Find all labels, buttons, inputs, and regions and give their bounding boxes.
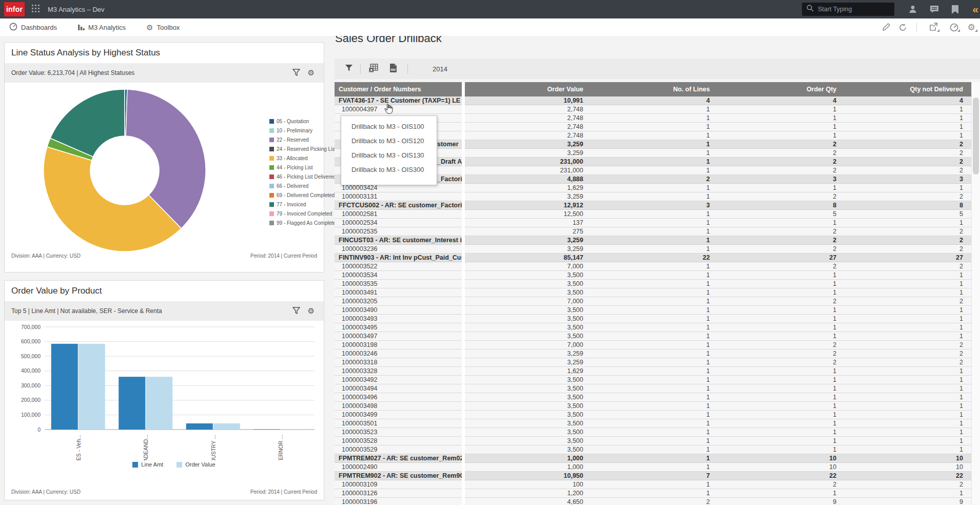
customer-order-cell[interactable]: 1000002581 xyxy=(335,210,462,219)
bar-chart[interactable]: 0100,000200,000300,000400,000500,000600,… xyxy=(9,321,321,460)
filter-icon[interactable] xyxy=(345,64,353,74)
customer-order-cell[interactable]: FINTINV903 - AR: Int Inv pCust_Paid_Cust xyxy=(335,254,462,262)
customer-row[interactable]: FINCUST03 - AR: SE customer_Interest in3… xyxy=(335,236,980,245)
customer-row[interactable]: FPMTREM902 - AR: SE customer_Rem9010,950… xyxy=(335,472,980,480)
customer-order-cell[interactable]: 1000003495 xyxy=(335,323,462,332)
customer-order-cell[interactable]: 1000003198 xyxy=(335,341,462,349)
order-row[interactable]: 10000035013,500111 xyxy=(335,419,980,428)
nav-m3-analytics[interactable]: M3 Analytics xyxy=(77,23,126,32)
customer-order-cell[interactable]: 1000003491 xyxy=(335,288,462,297)
order-row[interactable]: 10000034943,500111 xyxy=(335,384,980,393)
bookmark-icon[interactable] xyxy=(948,0,962,18)
col-customer-order-numbers[interactable]: Customer / Order Numbers xyxy=(335,82,462,96)
order-row[interactable]: 1000002534137111 xyxy=(335,219,980,227)
export-excel-icon[interactable]: X xyxy=(369,64,378,74)
customer-order-cell[interactable]: FPMTREM902 - AR: SE customer_Rem90 xyxy=(335,472,462,480)
order-row[interactable]: 10000034983,500111 xyxy=(335,402,980,411)
customer-order-cell[interactable]: FFCTCUS002 - AR: SE customer_Factorin xyxy=(335,201,462,210)
customer-order-cell[interactable]: 1000002534 xyxy=(335,219,462,227)
customer-order-cell[interactable]: 1000003490 xyxy=(335,306,462,315)
global-search[interactable] xyxy=(802,3,894,16)
col-qty-not-delivered[interactable]: Qty not Delivered xyxy=(845,82,971,96)
col-order-qty[interactable]: Order Qty xyxy=(718,82,845,96)
order-row[interactable]: 10000031987,000122 xyxy=(335,341,980,349)
context-menu-item[interactable]: Drillback to M3 - OIS130 xyxy=(341,148,437,163)
customer-order-cell[interactable]: 1000003109 xyxy=(335,480,462,489)
col-no-of-lines[interactable]: No. of Lines xyxy=(592,82,718,96)
customer-order-cell[interactable]: 1000003535 xyxy=(335,280,462,288)
customer-order-cell[interactable]: 1000003529 xyxy=(335,445,462,454)
customer-order-cell[interactable]: 1000003498 xyxy=(335,402,462,411)
infor-logo[interactable]: infor xyxy=(4,2,25,16)
customer-row[interactable]: FINTINV903 - AR: Int Inv pCust_Paid_Cust… xyxy=(335,254,980,262)
customer-order-cell[interactable]: 1000003494 xyxy=(335,384,462,393)
gear-icon[interactable]: ⚙ xyxy=(308,68,315,77)
order-row[interactable]: 10000035283,500111 xyxy=(335,437,980,445)
customer-order-cell[interactable]: 1000003196 xyxy=(335,498,462,505)
bar-line-amt[interactable] xyxy=(186,423,213,430)
scrollbar-thumb[interactable] xyxy=(973,98,979,174)
order-row[interactable]: 1000003109100122 xyxy=(335,480,980,489)
col-order-value[interactable]: Order Value xyxy=(465,82,592,96)
order-row[interactable]: 10000035343,500111 xyxy=(335,271,980,280)
customer-row[interactable]: FVAT436-17 - SE Customer (TAXP=1) LE (10… xyxy=(335,96,980,105)
order-row[interactable]: 10000034973,500111 xyxy=(335,332,980,341)
collapse-panel-icon[interactable]: « xyxy=(969,0,980,18)
order-row[interactable]: 100000258112,500155 xyxy=(335,210,980,219)
user-icon[interactable] xyxy=(906,0,919,18)
vertical-scrollbar[interactable] xyxy=(971,82,980,505)
customer-order-cell[interactable]: 1000003534 xyxy=(335,271,462,280)
app-launcher-icon[interactable] xyxy=(32,5,40,14)
customer-order-cell[interactable]: 1000002490 xyxy=(335,463,462,472)
order-row[interactable]: 10000035293,500111 xyxy=(335,445,980,454)
customer-order-cell[interactable]: 1000003522 xyxy=(335,262,462,271)
gauge-menu-icon[interactable] xyxy=(948,22,959,32)
share-icon[interactable] xyxy=(928,22,939,32)
customer-order-cell[interactable]: 1000003499 xyxy=(335,411,462,419)
customer-order-cell[interactable]: 1000003501 xyxy=(335,419,462,428)
donut-chart[interactable] xyxy=(5,83,269,260)
context-menu-item[interactable]: Drillback to M3 - OIS100 xyxy=(341,120,437,134)
order-row[interactable]: 10000033281,629111 xyxy=(335,367,980,376)
bar-line-amt[interactable] xyxy=(51,344,78,430)
bar-line-amt[interactable] xyxy=(119,377,145,430)
settings-gear-icon[interactable]: ⚙ xyxy=(966,22,977,32)
customer-row[interactable]: FFCTCUS002 - AR: SE customer_Factorin12,… xyxy=(335,201,980,210)
context-menu-item[interactable]: Drillback to M3 - OIS120 xyxy=(341,134,437,148)
gear-icon[interactable]: ⚙ xyxy=(308,306,315,316)
bar-order-value[interactable] xyxy=(213,423,240,430)
customer-order-cell[interactable]: 1000003523 xyxy=(335,428,462,437)
refresh-icon[interactable] xyxy=(897,22,908,32)
customer-order-cell[interactable]: FVAT436-17 - SE Customer (TAXP=1) LE ( xyxy=(335,96,462,105)
order-row[interactable]: 10000024901,00011010 xyxy=(335,463,980,472)
order-row[interactable]: 10000034913,500111 xyxy=(335,288,980,297)
order-row[interactable]: 10000032463,259122 xyxy=(335,349,980,358)
customer-order-cell[interactable]: 1000003131 xyxy=(335,192,462,201)
order-row[interactable]: 10000043972,748111 xyxy=(335,105,980,114)
order-row[interactable]: 10000035227,000122 xyxy=(335,262,980,271)
customer-order-cell[interactable]: 1000003493 xyxy=(335,315,462,323)
bar-order-value[interactable] xyxy=(146,377,172,430)
order-row[interactable]: 10000034923,500111 xyxy=(335,376,980,384)
context-menu-item[interactable]: Drillback to M3 - OIS300 xyxy=(341,163,437,177)
customer-order-cell[interactable]: 1000003492 xyxy=(335,376,462,384)
order-row[interactable]: 10000033183,259122 xyxy=(335,358,980,367)
bar-order-value[interactable] xyxy=(281,429,307,430)
order-row[interactable]: 10000034953,500111 xyxy=(335,323,980,332)
export-pdf-icon[interactable]: PDF xyxy=(389,64,397,74)
edit-pencil-icon[interactable] xyxy=(880,22,892,32)
filter-icon[interactable] xyxy=(292,69,300,77)
order-row[interactable]: 10000031964,650299 xyxy=(335,498,980,505)
customer-order-cell[interactable]: 1000004397 xyxy=(335,105,462,114)
bar-line-amt[interactable] xyxy=(253,429,280,430)
customer-order-cell[interactable]: 1000002535 xyxy=(335,227,462,236)
customer-order-cell[interactable]: 1000003126 xyxy=(335,489,462,498)
bar-order-value[interactable] xyxy=(79,344,105,430)
order-row[interactable]: 10000034963,500111 xyxy=(335,393,980,402)
customer-order-cell[interactable]: 1000003528 xyxy=(335,437,462,445)
customer-order-cell[interactable]: 1000003496 xyxy=(335,393,462,402)
order-row[interactable]: 10000035233,500111 xyxy=(335,428,980,437)
order-row[interactable]: 10000031313,259122 xyxy=(335,192,980,201)
customer-row[interactable]: FPMTREM027 - AR: SE customer_Rem021,0001… xyxy=(335,454,980,463)
customer-order-cell[interactable]: FINCUST03 - AR: SE customer_Interest in xyxy=(335,236,462,245)
